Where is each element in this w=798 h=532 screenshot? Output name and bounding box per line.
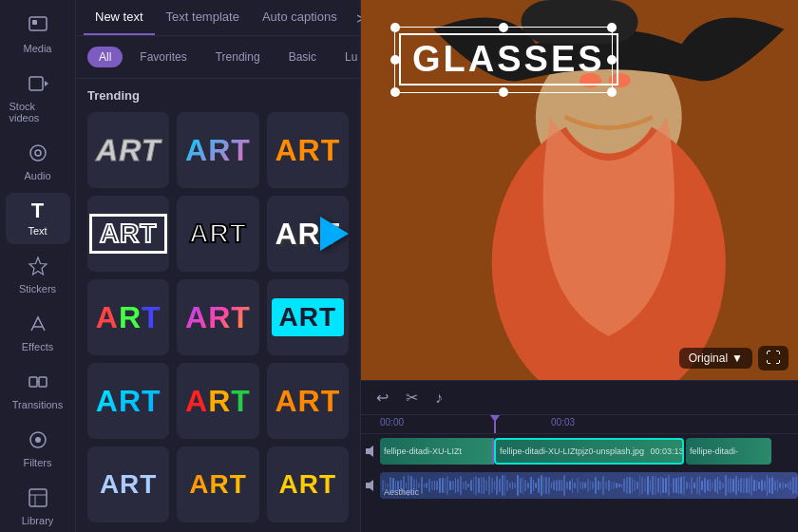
sidebar-item-stickers-label: Stickers [19,283,56,294]
audio-clip[interactable]: Aesthetic [380,472,798,499]
style-card-11[interactable]: ART [177,363,258,439]
video-track: fellipe-ditadi-XU-LIZt fellipe-ditadi-XU… [361,434,798,468]
timeline-body: 00:00 00:03 fellipe-ditadi-XU-LIZt [361,415,798,532]
sidebar-item-effects[interactable]: Effects [6,306,70,360]
sidebar-item-audio-label: Audio [24,170,50,181]
video-track-content: fellipe-ditadi-XU-LIZt fellipe-ditadi-XU… [380,438,798,465]
styles-container: Trending ART ART ART ART ART ART [76,79,360,532]
timeline-ruler: 00:00 00:03 [361,415,798,434]
content-panel: New text Text template Auto captions ≫ A… [76,0,361,532]
style-text-14: ART [189,469,247,500]
preview-area: GLASSES Original ▼ ⛶ [361,0,798,380]
style-card-2[interactable]: ART [177,112,258,188]
style-text-2: ART [185,133,251,168]
tab-text-template[interactable]: Text template [155,0,251,35]
sidebar-item-filters-label: Filters [24,457,52,468]
style-card-12[interactable]: ART [267,363,349,439]
effects-icon [28,314,48,337]
audio-track-content: Aesthetic [380,472,798,499]
filter-all[interactable]: All [87,47,123,67]
filter-trending[interactable]: Trending [204,47,272,67]
stickers-icon [28,256,48,279]
timeline-playhead[interactable] [494,415,496,433]
sidebar-item-library-label: Library [22,515,54,526]
sidebar-item-media[interactable]: Media [6,8,70,62]
timeline-audio-button[interactable]: ♪ [431,388,446,408]
filter-basic[interactable]: Basic [277,47,328,67]
clip-1-label: fellipe-ditadi-XU-LIZt [380,445,466,458]
timeline-toolbar: ↩ ✂ ♪ [361,381,798,415]
svg-rect-0 [29,17,47,30]
handle-bm[interactable] [499,87,508,97]
style-card-6[interactable]: ART [267,196,349,272]
handle-tm[interactable] [499,23,508,32]
svg-rect-1 [32,20,37,25]
filters-icon [28,429,48,453]
sidebar-item-filters[interactable]: Filters [6,422,70,476]
video-clip-3[interactable]: fellipe-ditadi- [686,438,771,465]
timeline-cut-button[interactable]: ✂ [402,387,422,408]
sidebar-item-stock-videos[interactable]: Stock videos [6,66,70,131]
filter-favorites[interactable]: Favorites [128,47,198,67]
style-text-1: ART [96,133,161,168]
style-card-7[interactable]: ART [87,279,169,355]
style-card-3[interactable]: ART [267,112,349,188]
preview-zoom-button[interactable]: Original ▼ [679,348,752,369]
style-card-8[interactable]: ART [177,279,258,355]
sidebar-item-stickers[interactable]: Stickers [6,248,70,302]
style-card-1[interactable]: ART [87,112,169,188]
preview-toolbar: Original ▼ ⛶ [679,346,788,370]
style-text-7: ART [96,300,162,335]
sidebar-item-library[interactable]: Library [6,480,70,532]
svg-marker-23 [366,480,373,491]
sidebar: Media Stock videos Audio T Text Sticker [0,0,76,532]
sidebar-item-transitions[interactable]: Transitions [6,364,70,418]
preview-fullscreen-button[interactable]: ⛶ [758,346,788,370]
playhead-track [492,438,494,465]
video-clip-1[interactable]: fellipe-ditadi-XU-LIZt [380,438,494,465]
style-card-4[interactable]: ART [87,196,169,272]
style-card-5[interactable]: ART [177,196,258,272]
style-text-10: ART [96,384,162,419]
ruler-mark-0: 00:00 [380,417,404,428]
styles-grid-1: ART ART ART ART ART ART ART [87,112,349,522]
audio-icon [28,142,48,166]
style-card-15[interactable]: ART [267,446,349,522]
sidebar-item-text[interactable]: T Text [6,193,70,244]
svg-rect-7 [29,377,37,387]
svg-marker-6 [29,257,47,275]
style-text-5: ART [189,218,247,249]
style-text-3: ART [275,133,340,168]
handle-br[interactable] [607,87,617,97]
handle-tl[interactable] [390,23,400,32]
timeline-undo-button[interactable]: ↩ [372,387,392,408]
audio-track-icon [361,479,380,492]
zoom-chevron-icon: ▼ [732,352,743,365]
tabs-bar: New text Text template Auto captions ≫ [76,0,360,36]
sidebar-item-media-label: Media [24,43,52,54]
audio-waveform [380,472,798,499]
svg-point-4 [30,145,46,161]
video-clip-2[interactable]: fellipe-ditadi-XU-LIZtpjz0-unsplash.jpg … [494,438,684,465]
style-card-13[interactable]: ART [87,446,169,522]
tab-auto-captions[interactable]: Auto captions [251,0,349,35]
zoom-label: Original [689,352,728,365]
library-icon [28,487,48,511]
svg-rect-8 [39,377,47,387]
handle-bl[interactable] [390,87,400,97]
handle-tr[interactable] [607,23,617,32]
svg-rect-2 [29,77,43,90]
style-card-14[interactable]: ART [177,446,258,522]
filter-bar: All Favorites Trending Basic Lu ▼ [76,36,360,79]
stock-videos-icon [28,73,48,97]
preview-image: GLASSES Original ▼ ⛶ [361,0,798,380]
transitions-icon [28,371,48,395]
style-text-12: ART [275,384,340,419]
style-card-9[interactable]: ART [267,279,349,355]
style-text-11: ART [185,384,251,419]
tab-new-text[interactable]: New text [84,0,155,35]
cursor-pointer [320,217,349,251]
sidebar-item-audio[interactable]: Audio [6,135,70,189]
style-card-10[interactable]: ART [87,363,169,439]
glasses-text: GLASSES [399,33,618,86]
